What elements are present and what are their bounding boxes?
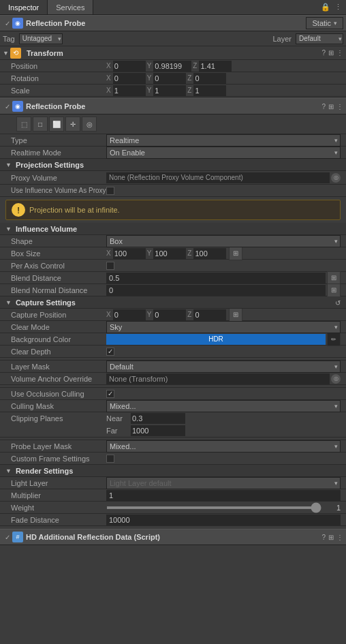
probe-help-icon[interactable]: ? <box>321 103 326 110</box>
weight-slider-container: 1 <box>106 504 341 512</box>
menu-icon[interactable]: ⋮ <box>334 3 342 12</box>
toolbar-btn-5[interactable]: ◎ <box>82 117 97 132</box>
cap-y-input[interactable] <box>153 309 186 320</box>
volume-anchor-label: Volume Anchor Override <box>11 375 106 383</box>
probe-layer-mask-dropdown[interactable]: Mixed... <box>106 440 341 453</box>
tag-dropdown[interactable]: Untagged <box>19 33 63 44</box>
probe-settings-icon[interactable]: ⊞ <box>328 103 334 110</box>
rotation-row: Rotation X Y Z <box>0 72 346 85</box>
clear-mode-dropdown[interactable]: Sky <box>106 321 341 333</box>
transform-menu-icon[interactable]: ⋮ <box>336 49 343 57</box>
hd-menu-icon[interactable]: ⋮ <box>336 534 343 541</box>
capture-position-label: Capture Position <box>11 311 106 319</box>
scale-z-input[interactable] <box>193 85 226 96</box>
transform-settings-icon[interactable]: ⊞ <box>328 49 334 57</box>
blend-distance-icon[interactable]: ⊞ <box>327 271 341 285</box>
blend-normal-icon[interactable]: ⊞ <box>327 283 341 297</box>
hd-help-icon[interactable]: ? <box>321 534 326 541</box>
pos-y-input[interactable] <box>153 61 191 72</box>
render-title: Render Settings <box>16 467 73 475</box>
near-input[interactable] <box>131 413 185 424</box>
use-influence-checkbox[interactable] <box>106 187 114 195</box>
transform-section-header[interactable]: ⟲ Transform ? ⊞ ⋮ <box>0 46 346 60</box>
object-header: ✓ ◉ Reflection Probe Static <box>0 15 346 31</box>
far-input[interactable] <box>131 425 185 436</box>
cap-x-label: X <box>106 311 111 318</box>
pos-x-input[interactable] <box>113 61 146 72</box>
toolbar-btn-4[interactable]: ✛ <box>65 117 80 132</box>
scale-label: Scale <box>11 87 106 95</box>
enabled-toggle[interactable]: ✓ <box>3 18 12 28</box>
toolbar-btn-2[interactable]: □ <box>33 117 48 132</box>
proxy-volume-icon[interactable]: ◎ <box>331 173 341 183</box>
culling-mask-dropdown[interactable]: Mixed... <box>106 400 341 412</box>
box-z-input[interactable] <box>193 248 226 259</box>
capture-arrow <box>5 299 12 306</box>
capture-pos-icon[interactable]: ⊞ <box>229 308 242 322</box>
blend-normal-input[interactable] <box>106 285 326 296</box>
rot-y-input[interactable] <box>153 73 186 84</box>
per-axis-checkbox[interactable] <box>106 262 114 270</box>
transform-icon: ⟲ <box>10 48 21 59</box>
cap-z-label: Z <box>187 311 191 318</box>
capture-settings-header[interactable]: Capture Settings ↺ <box>0 296 346 309</box>
custom-frame-checkbox[interactable] <box>106 455 114 463</box>
weight-slider[interactable] <box>106 506 321 509</box>
realtime-mode-dropdown[interactable]: On Enable <box>106 147 341 159</box>
tab-inspector[interactable]: Inspector <box>0 0 48 14</box>
hd-additional-toggle[interactable]: ✓ <box>3 532 12 542</box>
render-settings-header[interactable]: Render Settings <box>0 465 346 477</box>
pos-z-input[interactable] <box>199 61 232 72</box>
cap-x-input[interactable] <box>113 309 146 320</box>
occlusion-culling-label: Use Occlusion Culling <box>11 390 106 398</box>
box-z-label: Z <box>187 249 191 257</box>
scale-z-label: Z <box>187 87 191 94</box>
probe-enabled-toggle[interactable]: ✓ <box>3 102 12 111</box>
box-size-values: X Y Z ⊞ <box>106 247 341 260</box>
shape-dropdown[interactable]: Box <box>106 235 341 247</box>
transform-help-icon[interactable]: ? <box>321 49 326 57</box>
probe-header-icons: ? ⊞ ⋮ <box>321 103 343 110</box>
probe-menu-icon[interactable]: ⋮ <box>336 103 343 110</box>
capture-position-values: X Y Z ⊞ <box>106 308 341 322</box>
toolbar-btn-1[interactable]: ⬚ <box>16 117 31 132</box>
volume-anchor-target-icon[interactable]: ◎ <box>331 374 341 384</box>
clear-depth-checkbox[interactable] <box>106 348 114 356</box>
layer-mask-dropdown[interactable]: Default <box>106 361 341 373</box>
rot-z-input[interactable] <box>193 73 226 84</box>
box-size-icon-btn[interactable]: ⊞ <box>229 247 242 260</box>
layer-dropdown-wrap: Default <box>296 33 343 44</box>
box-y-input[interactable] <box>153 248 186 259</box>
light-layer-dropdown[interactable]: Light Layer default <box>106 477 341 489</box>
culling-mask-dropdown-wrap: Mixed... <box>106 400 341 412</box>
position-value: X Y Z <box>106 61 341 72</box>
toolbar-btn-3[interactable]: ⬜ <box>49 117 64 132</box>
static-button[interactable]: Static <box>306 17 343 29</box>
lock-icon[interactable]: 🔒 <box>321 3 330 12</box>
occlusion-culling-checkbox[interactable] <box>106 390 114 398</box>
background-color-bar[interactable]: HDR <box>106 334 326 345</box>
capture-refresh-icon[interactable]: ↺ <box>335 298 341 307</box>
tab-services[interactable]: Services <box>48 0 93 14</box>
multiplier-input[interactable] <box>106 490 341 501</box>
scale-x-input[interactable] <box>113 85 146 96</box>
probe-icon: ◉ <box>12 18 23 29</box>
color-picker-icon[interactable]: ✏ <box>327 333 341 346</box>
influence-volume-header[interactable]: Influence Volume <box>0 223 346 235</box>
projection-settings-header[interactable]: Projection Settings <box>0 159 346 171</box>
blend-distance-input[interactable] <box>106 273 326 283</box>
layer-dropdown[interactable]: Default <box>296 33 343 44</box>
projection-title: Projection Settings <box>16 161 84 169</box>
fade-distance-input[interactable] <box>106 515 341 525</box>
component-title: Reflection Probe <box>26 19 85 27</box>
fade-distance-row: Fade Distance <box>0 514 346 526</box>
shape-label: Shape <box>11 237 106 245</box>
type-dropdown[interactable]: Realtime <box>106 134 341 147</box>
realtime-mode-row: Realtime Mode On Enable <box>0 147 346 159</box>
box-x-input[interactable] <box>113 248 146 259</box>
proxy-volume-value: None (Reflection Proxy Volume Component) <box>106 172 330 183</box>
cap-z-input[interactable] <box>193 309 226 320</box>
rot-x-input[interactable] <box>113 73 146 84</box>
hd-settings-icon[interactable]: ⊞ <box>328 534 334 541</box>
scale-y-input[interactable] <box>153 85 186 96</box>
